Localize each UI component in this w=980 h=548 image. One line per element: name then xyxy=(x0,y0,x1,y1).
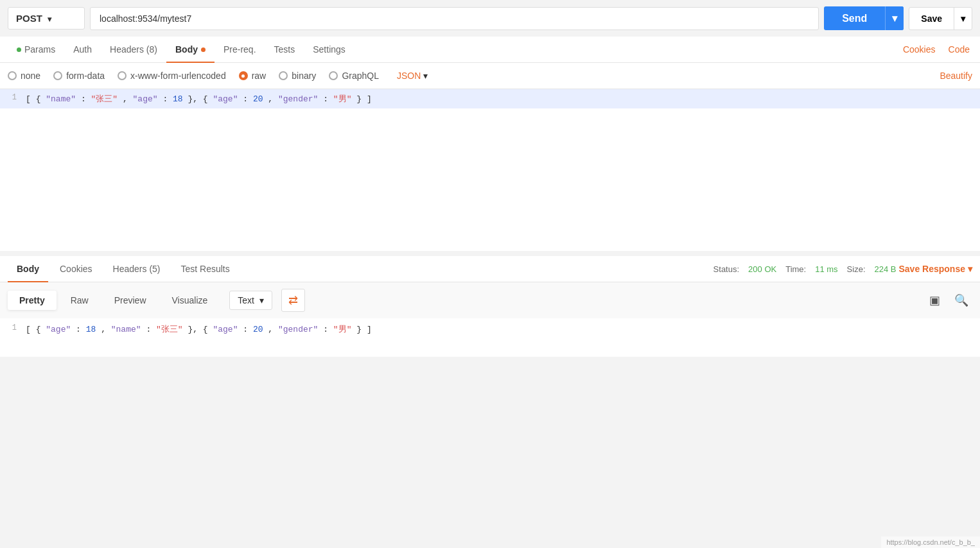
json-key-age-1: "age" xyxy=(133,94,158,104)
request-tabs-row: Params Auth Headers (8) Body Pre-req. Te… xyxy=(0,37,980,63)
tab-prereq[interactable]: Pre-req. xyxy=(214,37,265,62)
send-dropdown-icon[interactable]: ▾ xyxy=(885,6,904,30)
tab-body[interactable]: Body xyxy=(166,37,214,62)
json-type-selector[interactable]: JSON ▾ xyxy=(397,71,428,81)
tabs-right: Cookies Code xyxy=(900,37,972,62)
radio-url-encoded xyxy=(118,71,127,80)
size-value: 224 B xyxy=(875,264,897,274)
url-input[interactable] xyxy=(90,7,819,30)
response-line-content: [ { "age" : 18 , "name" : "张三" }, { "age… xyxy=(26,323,372,335)
send-button[interactable]: Send ▾ xyxy=(824,6,904,30)
viewer-tab-visualize[interactable]: Visualize xyxy=(161,291,220,310)
response-cookies-label: Cookies xyxy=(60,264,92,274)
time-label: Time: xyxy=(785,264,806,274)
tab-params[interactable]: Params xyxy=(8,37,64,62)
json-bracket-open: [ xyxy=(26,94,31,104)
tab-auth[interactable]: Auth xyxy=(64,37,101,62)
json-bracket-close: ] xyxy=(367,94,372,104)
tab-body-label: Body xyxy=(175,44,198,55)
tab-auth-label: Auth xyxy=(73,44,92,55)
radio-binary xyxy=(279,71,288,80)
save-dropdown-icon[interactable]: ▾ xyxy=(954,8,972,30)
cookies-link[interactable]: Cookies xyxy=(900,37,938,62)
format-selector[interactable]: Text ▾ xyxy=(229,291,272,310)
option-binary[interactable]: binary xyxy=(279,71,316,81)
beautify-button[interactable]: Beautify xyxy=(940,71,972,81)
viewer-raw-label: Raw xyxy=(71,295,89,305)
option-form-data-label: form-data xyxy=(66,71,105,81)
option-raw[interactable]: raw xyxy=(239,71,267,81)
viewer-tab-raw[interactable]: Raw xyxy=(59,291,100,310)
tab-headers-label: Headers (8) xyxy=(110,44,157,55)
viewer-tab-pretty[interactable]: Pretty xyxy=(8,291,57,310)
search-button[interactable]: 🔍 xyxy=(950,291,972,310)
save-label: Save xyxy=(909,8,954,30)
response-content: 1 [ { "age" : 18 , "name" : "张三" }, { "a… xyxy=(0,318,980,357)
viewer-actions: ▣ 🔍 xyxy=(925,291,972,310)
method-label: POST xyxy=(16,13,42,24)
params-dot xyxy=(17,47,21,52)
response-meta: Status: 200 OK Time: 11 ms Size: 224 B xyxy=(713,264,897,274)
line-number-1: 1 xyxy=(0,93,26,102)
json-obj-open-2: { xyxy=(203,94,208,104)
response-body-label: Body xyxy=(17,264,39,274)
viewer-tab-preview[interactable]: Preview xyxy=(103,291,158,310)
copy-button[interactable]: ▣ xyxy=(925,291,944,310)
time-value: 11 ms xyxy=(815,264,837,274)
response-line-1: 1 [ { "age" : 18 , "name" : "张三" }, { "a… xyxy=(0,318,980,340)
request-editor[interactable]: 1 [ { "name" : "张三" , "age" : 18 }, { "a… xyxy=(0,89,980,256)
send-label: Send xyxy=(824,7,885,30)
json-key-name: "name" xyxy=(46,94,76,104)
json-obj-open-1: { xyxy=(36,94,41,104)
option-graphql-label: GraphQL xyxy=(342,71,379,81)
option-raw-label: raw xyxy=(252,71,267,81)
response-headers-label: Headers (5) xyxy=(113,264,161,274)
tab-tests[interactable]: Tests xyxy=(265,37,304,62)
option-binary-label: binary xyxy=(292,71,316,81)
save-response-dropdown-icon[interactable]: ▾ xyxy=(968,264,972,274)
tab-tests-label: Tests xyxy=(274,44,295,55)
top-bar: POST Send ▾ Save ▾ xyxy=(0,0,980,37)
option-form-data[interactable]: form-data xyxy=(53,71,105,81)
viewer-visualize-label: Visualize xyxy=(172,295,208,305)
save-response-button[interactable]: Save Response ▾ xyxy=(899,264,973,274)
response-tab-test-results[interactable]: Test Results xyxy=(172,256,239,282)
tab-params-label: Params xyxy=(24,44,55,55)
body-dot xyxy=(201,47,206,52)
json-dropdown-icon[interactable]: ▾ xyxy=(423,71,428,81)
radio-graphql xyxy=(329,71,338,80)
viewer-pretty-label: Pretty xyxy=(19,295,45,305)
size-label: Size: xyxy=(847,264,866,274)
format-dropdown-icon[interactable]: ▾ xyxy=(259,295,264,305)
json-value-zhangsan: "张三" xyxy=(91,94,118,104)
viewer-tabs-row: Pretty Raw Preview Visualize Text ▾ ⇄ ▣ … xyxy=(0,282,980,318)
response-tab-body[interactable]: Body xyxy=(8,256,48,282)
body-options: none form-data x-www-form-urlencoded raw… xyxy=(0,63,980,89)
option-url-encoded[interactable]: x-www-form-urlencoded xyxy=(118,71,226,81)
json-key-gender: "gender" xyxy=(278,94,318,104)
method-dropdown-icon xyxy=(48,13,51,24)
option-none[interactable]: none xyxy=(8,71,40,81)
response-test-results-label: Test Results xyxy=(181,264,230,274)
wrap-button[interactable]: ⇄ xyxy=(281,289,305,312)
code-link[interactable]: Code xyxy=(946,37,972,62)
option-graphql[interactable]: GraphQL xyxy=(329,71,379,81)
save-button[interactable]: Save ▾ xyxy=(909,7,972,30)
json-format-label: JSON xyxy=(397,71,421,81)
method-select[interactable]: POST xyxy=(8,7,85,30)
status-value: 200 OK xyxy=(748,264,776,274)
save-response-label: Save Response xyxy=(899,264,966,274)
line-content-1: [ { "name" : "张三" , "age" : 18 }, { "age… xyxy=(26,93,372,105)
response-tab-cookies[interactable]: Cookies xyxy=(51,256,101,282)
status-label: Status: xyxy=(713,264,739,274)
radio-raw xyxy=(239,71,248,80)
tab-settings[interactable]: Settings xyxy=(304,37,354,62)
tab-headers[interactable]: Headers (8) xyxy=(101,37,166,62)
tab-settings-label: Settings xyxy=(313,44,346,55)
response-tabs-row: Body Cookies Headers (5) Test Results St… xyxy=(0,256,980,282)
json-obj-close-2: } xyxy=(356,94,362,104)
viewer-preview-label: Preview xyxy=(114,295,146,305)
response-tab-headers[interactable]: Headers (5) xyxy=(104,256,170,282)
radio-form-data xyxy=(53,71,62,80)
json-value-gender: "男" xyxy=(333,94,352,104)
